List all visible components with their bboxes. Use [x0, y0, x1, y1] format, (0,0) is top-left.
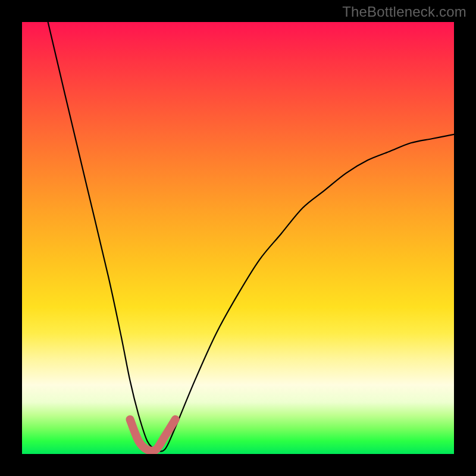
attribution-text: TheBottleneck.com: [342, 4, 466, 20]
chart-frame: TheBottleneck.com: [0, 0, 476, 476]
plot-area: [22, 22, 454, 454]
curve-layer: [22, 22, 454, 454]
optimal-region-highlight: [130, 419, 176, 451]
bottleneck-curve: [48, 22, 454, 452]
